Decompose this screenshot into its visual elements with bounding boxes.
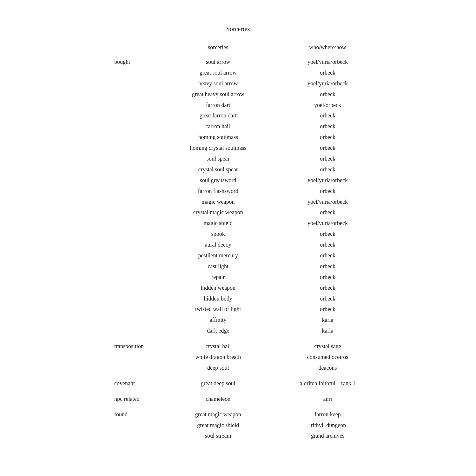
table-row: spookorbeck bbox=[95, 229, 381, 240]
source-cell: karla bbox=[274, 326, 381, 336]
table-row: farron dartyoel/orbeck bbox=[95, 100, 381, 111]
sorcery-cell: deep soul bbox=[162, 363, 274, 374]
category-cell bbox=[95, 110, 162, 121]
sorcery-cell: dark edge bbox=[162, 326, 274, 336]
sorceries-table: sorceries who/where/how boughtsoul arrow… bbox=[95, 42, 381, 441]
sorcery-cell: homing crystal soulmass bbox=[162, 143, 274, 154]
header-category bbox=[95, 42, 162, 56]
table-row: crystal soul spearorbeck bbox=[95, 164, 381, 175]
category-cell bbox=[95, 261, 162, 272]
source-cell: orbeck bbox=[274, 110, 381, 121]
sorcery-cell: affinity bbox=[162, 315, 274, 326]
source-cell: crystal sage bbox=[274, 336, 381, 352]
source-cell: orbeck bbox=[274, 240, 381, 250]
source-cell: orbeck bbox=[274, 304, 381, 315]
table-row: foundgreat magic weaponfarron keep bbox=[95, 405, 381, 420]
source-cell: orbeck bbox=[274, 272, 381, 283]
table-row: great magic shieldirithyll dungeon bbox=[95, 420, 381, 431]
table-row: great soul arroworbeck bbox=[95, 68, 381, 78]
sorcery-cell: aural decoy bbox=[162, 240, 274, 250]
category-cell bbox=[95, 240, 162, 250]
table-row: boughtsoul arrowyoel/yuria/orbeck bbox=[95, 56, 381, 68]
sorcery-cell: great farron dart bbox=[162, 110, 274, 121]
sorcery-cell: crystal hail bbox=[162, 336, 274, 352]
table-row: repairorbeck bbox=[95, 272, 381, 283]
category-cell: found bbox=[95, 405, 162, 420]
table-row: transpositioncrystal hailcrystal sage bbox=[95, 336, 381, 352]
sorcery-cell: chameleon bbox=[162, 389, 274, 405]
source-cell: orbeck bbox=[274, 121, 381, 132]
source-cell: orbeck bbox=[274, 186, 381, 197]
category-cell bbox=[95, 352, 162, 363]
category-cell bbox=[95, 363, 162, 374]
category-cell bbox=[95, 186, 162, 197]
table-row: cast lightorbeck bbox=[95, 261, 381, 272]
table-row: magic shieldyoel/yuria/orbeck bbox=[95, 218, 381, 229]
table-row: soul streamgrand archives bbox=[95, 431, 381, 441]
table-wrapper: sorceries who/where/how boughtsoul arrow… bbox=[0, 42, 476, 441]
sorcery-cell: crystal soul spear bbox=[162, 164, 274, 175]
sorcery-cell: heavy soul arrow bbox=[162, 78, 274, 89]
category-cell bbox=[95, 197, 162, 208]
table-row: magic weaponyoel/yuria/orbeck bbox=[95, 197, 381, 208]
source-cell: orbeck bbox=[274, 68, 381, 78]
category-cell bbox=[95, 283, 162, 294]
sorcery-cell: spook bbox=[162, 229, 274, 240]
category-cell bbox=[95, 100, 162, 111]
sorcery-cell: magic weapon bbox=[162, 197, 274, 208]
source-cell: deacons bbox=[274, 363, 381, 374]
sorcery-cell: great soul arrow bbox=[162, 68, 274, 78]
sorcery-cell: white dragon breath bbox=[162, 352, 274, 363]
sorcery-cell: farron flashsword bbox=[162, 186, 274, 197]
sorcery-cell: hidden weapon bbox=[162, 283, 274, 294]
sorcery-cell: soul arrow bbox=[162, 56, 274, 68]
category-cell bbox=[95, 207, 162, 218]
table-row: twisted wall of lightorbeck bbox=[95, 304, 381, 315]
source-cell: orbeck bbox=[274, 164, 381, 175]
sorcery-cell: soul stream bbox=[162, 431, 274, 441]
sorcery-cell: twisted wall of light bbox=[162, 304, 274, 315]
sorcery-cell: cast light bbox=[162, 261, 274, 272]
table-row: affinitykarla bbox=[95, 315, 381, 326]
source-cell: orbeck bbox=[274, 89, 381, 100]
category-cell bbox=[95, 326, 162, 336]
source-cell: anri bbox=[274, 389, 381, 405]
category-cell bbox=[95, 294, 162, 304]
table-row: hidden bodyorbeck bbox=[95, 294, 381, 304]
table-row: deep souldeacons bbox=[95, 363, 381, 374]
source-cell: yoel/yuria/orbeck bbox=[274, 218, 381, 229]
category-cell bbox=[95, 304, 162, 315]
category-cell bbox=[95, 250, 162, 261]
sorcery-cell: great deep soul bbox=[162, 374, 274, 389]
sorcery-cell: farron hail bbox=[162, 121, 274, 132]
sorcery-cell: great magic weapon bbox=[162, 405, 274, 420]
category-cell bbox=[95, 420, 162, 431]
source-cell: orbeck bbox=[274, 283, 381, 294]
table-row: great farron dartorbeck bbox=[95, 110, 381, 121]
category-cell bbox=[95, 175, 162, 186]
source-cell: consumed oceiros bbox=[274, 352, 381, 363]
category-cell bbox=[95, 431, 162, 441]
table-row: white dragon breathconsumed oceiros bbox=[95, 352, 381, 363]
category-cell bbox=[95, 132, 162, 143]
source-cell: orbeck bbox=[274, 294, 381, 304]
sorcery-cell: crystal magic weapon bbox=[162, 207, 274, 218]
sorcery-cell: hidden body bbox=[162, 294, 274, 304]
source-cell: yoel/orbeck bbox=[274, 100, 381, 111]
sorcery-cell: magic shield bbox=[162, 218, 274, 229]
table-row: farron flashswordorbeck bbox=[95, 186, 381, 197]
table-row: soul greatswordyoel/yuria/orbeck bbox=[95, 175, 381, 186]
header-sorceries: sorceries bbox=[162, 42, 274, 56]
source-cell: yoel/yuria/orbeck bbox=[274, 78, 381, 89]
source-cell: karla bbox=[274, 315, 381, 326]
sorcery-cell: great magic shield bbox=[162, 420, 274, 431]
source-cell: yoel/yuria/orbeck bbox=[274, 175, 381, 186]
table-row: dark edgekarla bbox=[95, 326, 381, 336]
category-cell bbox=[95, 218, 162, 229]
source-cell: yoel/yuria/orbeck bbox=[274, 56, 381, 68]
category-cell bbox=[95, 154, 162, 164]
category-cell: covenant bbox=[95, 374, 162, 389]
table-row: great heavy soul arroworbeck bbox=[95, 89, 381, 100]
table-header-row: sorceries who/where/how bbox=[95, 42, 381, 56]
source-cell: orbeck bbox=[274, 261, 381, 272]
